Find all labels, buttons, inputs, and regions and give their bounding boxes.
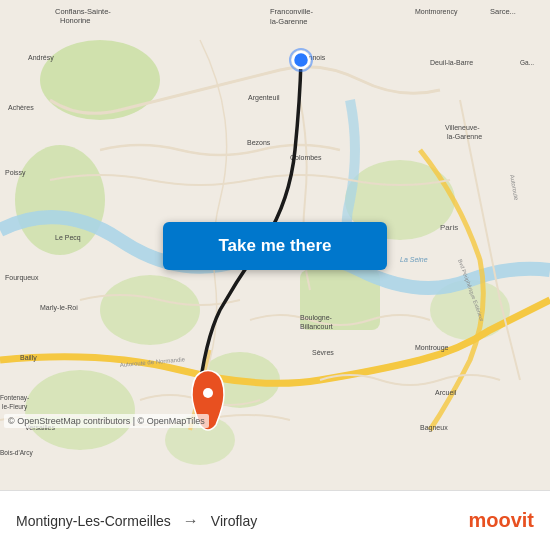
svg-text:Sarce...: Sarce... xyxy=(490,7,516,16)
svg-text:Fourqueux: Fourqueux xyxy=(5,274,39,282)
svg-text:Billancourt: Billancourt xyxy=(300,323,333,330)
svg-text:Montrouge: Montrouge xyxy=(415,344,449,352)
moovit-brand-text: moovit xyxy=(468,509,534,532)
moovit-logo: moovit xyxy=(468,509,534,532)
svg-text:Sèvres: Sèvres xyxy=(312,349,334,356)
route-info: Montigny-Les-Cormeilles → Viroflay xyxy=(16,512,257,530)
svg-text:Poissy: Poissy xyxy=(5,169,26,177)
bottom-bar: Montigny-Les-Cormeilles → Viroflay moovi… xyxy=(0,490,550,550)
svg-text:Bois-d'Arcy: Bois-d'Arcy xyxy=(0,449,33,457)
svg-text:Marly-le-Roi: Marly-le-Roi xyxy=(40,304,78,312)
svg-text:Boulogne-: Boulogne- xyxy=(300,314,333,322)
svg-text:la-Garenne: la-Garenne xyxy=(447,133,482,140)
svg-text:Conflans-Sainte-: Conflans-Sainte- xyxy=(55,7,111,16)
map-attribution: © OpenStreetMap contributors | © OpenMap… xyxy=(4,414,209,428)
svg-point-8 xyxy=(25,370,135,450)
arrow-icon: → xyxy=(183,512,199,530)
svg-text:Fontenay-: Fontenay- xyxy=(0,394,29,402)
svg-text:Villeneuve-: Villeneuve- xyxy=(445,124,480,131)
svg-text:Arcueil: Arcueil xyxy=(435,389,457,396)
svg-text:Franconville-: Franconville- xyxy=(270,7,313,16)
svg-text:Ga...: Ga... xyxy=(520,59,534,66)
take-me-there-button[interactable]: Take me there xyxy=(163,222,387,270)
destination-label: Viroflay xyxy=(211,513,257,529)
svg-text:Andrésy: Andrésy xyxy=(28,54,54,62)
origin-label: Montigny-Les-Cormeilles xyxy=(16,513,171,529)
svg-text:Le Pecq: Le Pecq xyxy=(55,234,81,242)
svg-text:Bezons: Bezons xyxy=(247,139,271,146)
svg-text:Bailly: Bailly xyxy=(20,354,37,362)
svg-text:Paris: Paris xyxy=(440,223,458,232)
svg-point-1 xyxy=(40,40,160,120)
svg-point-47 xyxy=(293,52,309,68)
svg-text:Bagneux: Bagneux xyxy=(420,424,448,432)
svg-text:la-Garenne: la-Garenne xyxy=(270,17,308,26)
svg-text:Honorine: Honorine xyxy=(60,16,90,25)
svg-text:Montmorency: Montmorency xyxy=(415,8,458,16)
svg-text:Achères: Achères xyxy=(8,104,34,111)
svg-point-3 xyxy=(100,275,200,345)
svg-text:Argenteuil: Argenteuil xyxy=(248,94,280,102)
svg-text:Deuil-la-Barre: Deuil-la-Barre xyxy=(430,59,473,66)
svg-text:le-Fleury: le-Fleury xyxy=(2,403,28,411)
svg-point-49 xyxy=(203,388,213,398)
svg-text:La Seine: La Seine xyxy=(400,256,428,263)
map-container: La Seine Autoroute de Normandie Bvd Péri… xyxy=(0,0,550,490)
